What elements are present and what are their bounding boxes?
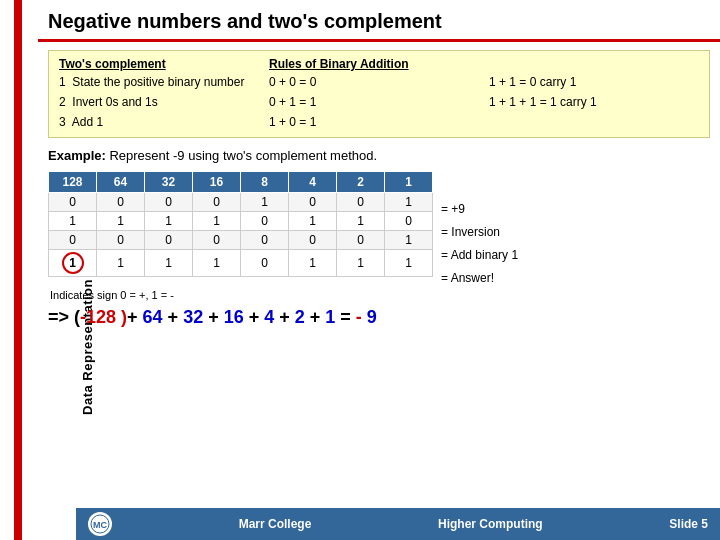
info-row2-num: 2 xyxy=(59,95,66,109)
formula-neg: - xyxy=(356,307,362,327)
sign-text: Indicates sign 0 = +, 1 = - xyxy=(48,289,710,301)
table-cell-r3-c6: 1 xyxy=(337,250,385,277)
table-row: 11110110 xyxy=(49,212,433,231)
table-cell-r2-c4: 0 xyxy=(241,231,289,250)
table-cell-r2-c6: 0 xyxy=(337,231,385,250)
binary-table: 1286432168421 00001001111101100000000111… xyxy=(48,171,433,277)
table-cell-r1-c2: 1 xyxy=(145,212,193,231)
table-cell-r3-c0: 1 xyxy=(49,250,97,277)
table-cell-r0-c2: 0 xyxy=(145,193,193,212)
table-cell-r2-c2: 0 xyxy=(145,231,193,250)
table-cell-r3-c7: 1 xyxy=(385,250,433,277)
table-cell-r3-c2: 1 xyxy=(145,250,193,277)
table-row: 00001001 xyxy=(49,193,433,212)
formula-32: 32 xyxy=(183,307,203,327)
info-row2-text: Invert 0s and 1s xyxy=(72,95,157,109)
info-row3-num: 3 xyxy=(59,115,66,129)
formula-2: 2 xyxy=(295,307,305,327)
info-row2-label: 2 Invert 0s and 1s xyxy=(59,93,259,111)
info-col1-header: Two's complement xyxy=(59,57,259,71)
table-row: 00000001 xyxy=(49,231,433,250)
table-cell-r2-c5: 0 xyxy=(289,231,337,250)
table-cell-r2-c1: 0 xyxy=(97,231,145,250)
info-row1-num: 1 xyxy=(59,75,66,89)
info-row2-col3: 1 + 1 + 1 = 1 carry 1 xyxy=(489,93,699,111)
formula-4: 4 xyxy=(264,307,274,327)
logo-icon: MC xyxy=(90,514,110,534)
table-cell-r0-c7: 1 xyxy=(385,193,433,212)
formula-16: 16 xyxy=(224,307,244,327)
info-row3-col3 xyxy=(489,113,699,131)
row-label-1: = Inversion xyxy=(441,220,518,243)
table-header-row: 1286432168421 xyxy=(49,172,433,193)
table-header-32: 32 xyxy=(145,172,193,193)
table-row: 11110111 xyxy=(49,250,433,277)
table-cell-r0-c3: 0 xyxy=(193,193,241,212)
table-cell-r1-c6: 1 xyxy=(337,212,385,231)
table-cell-r2-c7: 1 xyxy=(385,231,433,250)
svg-text:MC: MC xyxy=(93,520,107,530)
row-labels: = +9= Inversion= Add binary 1= Answer! xyxy=(441,197,518,289)
formula-64: 64 xyxy=(143,307,163,327)
sidebar: Data Representation xyxy=(0,0,38,540)
table-cell-r0-c0: 0 xyxy=(49,193,97,212)
table-cell-r3-c1: 1 xyxy=(97,250,145,277)
info-row1-col3: 1 + 1 = 0 carry 1 xyxy=(489,73,699,91)
table-header-1: 1 xyxy=(385,172,433,193)
footer-subject: Higher Computing xyxy=(438,517,543,531)
table-cell-r2-c0: 0 xyxy=(49,231,97,250)
page-title: Negative numbers and two's complement xyxy=(48,10,710,33)
table-header-128: 128 xyxy=(49,172,97,193)
table-cell-r3-c5: 1 xyxy=(289,250,337,277)
info-row3-text: Add 1 xyxy=(72,115,103,129)
sidebar-red-bar xyxy=(14,0,22,540)
formula-neg128: -128 ) xyxy=(80,307,127,327)
info-row2-col2: 0 + 1 = 1 xyxy=(269,93,479,111)
footer-slide: Slide 5 xyxy=(669,517,708,531)
footer-college: Marr College xyxy=(239,517,312,531)
title-bar: Negative numbers and two's complement xyxy=(38,0,720,42)
table-wrapper: 1286432168421 00001001111101100000000111… xyxy=(48,171,710,289)
info-row1-label: 1 State the positive binary number xyxy=(59,73,259,91)
info-row3-col2: 1 + 0 = 1 xyxy=(269,113,479,131)
example-text: Example: Represent -9 using two's comple… xyxy=(48,148,710,163)
table-cell-r1-c7: 0 xyxy=(385,212,433,231)
table-header-8: 8 xyxy=(241,172,289,193)
table-header-16: 16 xyxy=(193,172,241,193)
table-cell-r1-c3: 1 xyxy=(193,212,241,231)
footer: MC Marr College Higher Computing Slide 5 xyxy=(76,508,720,540)
table-cell-r0-c6: 0 xyxy=(337,193,385,212)
info-box: Two's complement Rules of Binary Additio… xyxy=(48,50,710,138)
table-cell-r0-c5: 0 xyxy=(289,193,337,212)
table-cell-r3-c4: 0 xyxy=(241,250,289,277)
example-prefix: Example: xyxy=(48,148,106,163)
info-row3-label: 3 Add 1 xyxy=(59,113,259,131)
table-cell-r1-c5: 1 xyxy=(289,212,337,231)
footer-logo: MC xyxy=(88,512,112,536)
table-header-4: 4 xyxy=(289,172,337,193)
table-header-64: 64 xyxy=(97,172,145,193)
table-cell-r1-c4: 0 xyxy=(241,212,289,231)
table-cell-r1-c1: 1 xyxy=(97,212,145,231)
row-label-3: = Answer! xyxy=(441,266,518,289)
table-cell-r2-c3: 0 xyxy=(193,231,241,250)
table-cell-r0-c1: 0 xyxy=(97,193,145,212)
table-header-2: 2 xyxy=(337,172,385,193)
table-cell-r0-c4: 1 xyxy=(241,193,289,212)
content-area: Two's complement Rules of Binary Additio… xyxy=(38,42,720,336)
table-cell-r3-c3: 1 xyxy=(193,250,241,277)
info-col2-header: Rules of Binary Addition xyxy=(269,57,479,71)
info-col3-header xyxy=(489,57,699,71)
formula: => (-128 )+ 64 + 32 + 16 + 4 + 2 + 1 = -… xyxy=(48,307,710,328)
main-content: Negative numbers and two's complement Tw… xyxy=(38,0,720,540)
row-label-0: = +9 xyxy=(441,197,518,220)
info-row1-col2: 0 + 0 = 0 xyxy=(269,73,479,91)
row-label-2: = Add binary 1 xyxy=(441,243,518,266)
formula-1: 1 xyxy=(325,307,335,327)
info-row1-text: State the positive binary number xyxy=(72,75,244,89)
example-body: Represent -9 using two's complement meth… xyxy=(106,148,377,163)
formula-9: 9 xyxy=(367,307,377,327)
table-cell-r1-c0: 1 xyxy=(49,212,97,231)
